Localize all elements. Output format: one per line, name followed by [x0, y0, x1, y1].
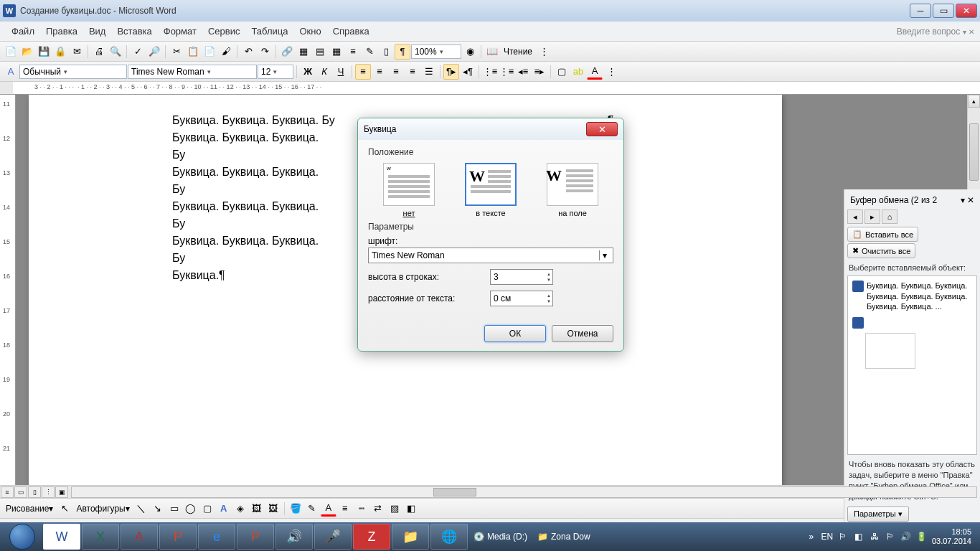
save-icon[interactable]: 💾 [36, 44, 52, 60]
drawing-menu[interactable]: Рисование ▾ [3, 504, 56, 514]
open-icon[interactable]: 📂 [19, 44, 35, 60]
redo-icon[interactable]: ↷ [257, 44, 273, 60]
clipboard-list[interactable]: Буквица. Буквица. Буквица. Буквица. Букв… [847, 276, 977, 455]
taskbar-access-icon[interactable]: A [121, 524, 158, 550]
taskbar-word-icon[interactable]: W [43, 524, 80, 550]
ok-button[interactable]: ОК [484, 325, 546, 342]
show-marks-icon[interactable]: ¶ [395, 44, 410, 60]
align-left-icon[interactable]: ≡ [355, 64, 371, 80]
zoom-combo[interactable]: 100%▾ [411, 44, 461, 59]
reading-view-icon[interactable]: ▣ [55, 486, 68, 498]
new-doc-icon[interactable]: 📄 [3, 44, 19, 60]
scroll-up-button[interactable]: ▴ [968, 95, 980, 108]
tray-lang[interactable]: EN [821, 531, 833, 542]
paste-all-button[interactable]: 📋 Вставить все [847, 227, 918, 242]
spellcheck-icon[interactable]: ✓ [130, 44, 146, 60]
shadow-icon[interactable]: ▨ [387, 501, 402, 517]
taskbar-ie-icon[interactable]: e [198, 524, 235, 550]
clipboard-item-text[interactable]: Буквица. Буквица. Буквица. Буквица. Букв… [851, 279, 974, 313]
clipboard-item-image[interactable] [851, 316, 974, 330]
distance-spinner[interactable]: 0 см▲▼ [490, 291, 553, 306]
bold-icon[interactable]: Ж [300, 64, 316, 80]
cancel-button[interactable]: Отмена [552, 325, 613, 342]
menu-file[interactable]: Файл [6, 24, 40, 38]
rtl-icon[interactable]: ◂¶ [460, 64, 476, 80]
position-in-margin[interactable]: W на поле [547, 163, 598, 217]
tray-network-icon[interactable]: 🖧 [869, 531, 880, 542]
align-center-icon[interactable]: ≡ [372, 64, 387, 80]
print-icon[interactable]: 🖨 [91, 44, 107, 60]
minimize-button[interactable]: ─ [910, 4, 931, 18]
menu-format[interactable]: Формат [158, 24, 202, 38]
align-right-icon[interactable]: ≡ [388, 64, 404, 80]
taskbar-media-icon[interactable]: 🔊 [275, 524, 313, 550]
clipart-icon[interactable]: 🖼 [249, 501, 265, 517]
taskbar-app-icon[interactable]: P [237, 524, 274, 550]
arrow-style-icon[interactable]: ⇄ [370, 501, 386, 517]
clipboard-home-icon[interactable]: ⌂ [882, 209, 897, 224]
scroll-thumb[interactable] [969, 123, 979, 181]
insert-table-icon[interactable]: ▤ [312, 44, 328, 60]
copy-icon[interactable]: 📋 [185, 44, 201, 60]
style-combo[interactable]: Обычный▾ [19, 65, 127, 79]
picture-icon[interactable]: 🖼 [265, 501, 281, 517]
styles-pane-icon[interactable]: A [3, 64, 19, 80]
help-icon[interactable]: ◉ [462, 44, 478, 60]
docmap-icon[interactable]: ▯ [378, 44, 394, 60]
highlight-icon[interactable]: ab [570, 64, 586, 80]
fontsize-combo[interactable]: 12▾ [258, 65, 293, 79]
arrow-icon[interactable]: ↘ [150, 501, 166, 517]
3d-icon[interactable]: ◧ [403, 501, 419, 517]
columns-icon[interactable]: ≡ [345, 44, 361, 60]
reading-layout-icon[interactable]: 📖 [484, 44, 500, 60]
horizontal-scrollbar[interactable] [71, 486, 977, 498]
hyperlink-icon[interactable]: 🔗 [279, 44, 295, 60]
taskbar-chrome-icon[interactable]: 🌐 [430, 524, 468, 550]
normal-view-icon[interactable]: ≡ [1, 486, 14, 498]
line-spacing-icon[interactable]: ☰ [421, 64, 437, 80]
maximize-button[interactable]: ▭ [933, 4, 954, 18]
line-icon[interactable]: ＼ [133, 501, 149, 517]
outdent-icon[interactable]: ◂≡ [515, 64, 531, 80]
undo-icon[interactable]: ↶ [240, 44, 256, 60]
ltr-icon[interactable]: ¶▸ [443, 64, 459, 80]
taskbar-media-label[interactable]: 💽 Media (D:) [469, 532, 532, 542]
cut-icon[interactable]: ✂ [169, 44, 184, 60]
autoshapes-menu[interactable]: Автофигуры ▾ [73, 504, 132, 514]
justify-icon[interactable]: ≡ [405, 64, 420, 80]
rectangle-icon[interactable]: ▭ [166, 501, 182, 517]
line-color-icon[interactable]: ✎ [304, 501, 320, 517]
height-spinner[interactable]: 3▲▼ [490, 269, 553, 285]
tray-chevron-icon[interactable]: » [806, 531, 817, 542]
position-none[interactable]: w нет [383, 163, 435, 217]
print-view-icon[interactable]: ▯ [28, 486, 41, 498]
drawing-icon[interactable]: ✎ [362, 44, 377, 60]
help-question-box[interactable]: Введите вопрос▾ ✕ [831, 27, 974, 37]
excel-icon[interactable]: ▦ [329, 44, 344, 60]
tray-battery-icon[interactable]: 🔋 [916, 531, 928, 542]
font-color-draw-icon[interactable]: A [321, 501, 336, 517]
format-painter-icon[interactable]: 🖌 [218, 44, 234, 60]
paste-icon[interactable]: 📄 [202, 44, 217, 60]
tray-action-icon[interactable]: 🏳 [885, 531, 896, 542]
clear-all-button[interactable]: ✖ Очистить все [847, 243, 915, 258]
select-objects-icon[interactable]: ↖ [57, 501, 72, 517]
toolbar-options-2-icon[interactable]: ⋮ [603, 64, 619, 80]
position-in-text[interactable]: W в тексте [465, 163, 517, 217]
horizontal-ruler[interactable]: 3 · · 2 · · 1 · · · · 1 · · 2 · · 3 · · … [0, 82, 980, 95]
menu-help[interactable]: Справка [327, 24, 375, 38]
menu-edit[interactable]: Правка [40, 24, 83, 38]
dash-style-icon[interactable]: ┉ [354, 501, 369, 517]
clipboard-thumbnail[interactable] [865, 333, 915, 369]
start-button[interactable] [3, 523, 42, 550]
menu-insert[interactable]: Вставка [111, 24, 157, 38]
italic-icon[interactable]: К [316, 64, 332, 80]
numbering-icon[interactable]: ⋮≡ [482, 64, 498, 80]
vertical-ruler[interactable]: 11 12 13 14 15 16 17 18 19 20 21 [0, 95, 16, 485]
dialog-close-button[interactable]: ✕ [586, 122, 618, 136]
taskbar-powerpoint-icon[interactable]: P [159, 524, 197, 550]
tray-volume-icon[interactable]: 🔊 [900, 531, 912, 542]
dialog-titlebar[interactable]: Буквица ✕ [358, 118, 623, 140]
font-combo-dialog[interactable]: Times New Roman▾ [368, 248, 613, 263]
taskbar-excel-icon[interactable]: X [82, 524, 119, 550]
